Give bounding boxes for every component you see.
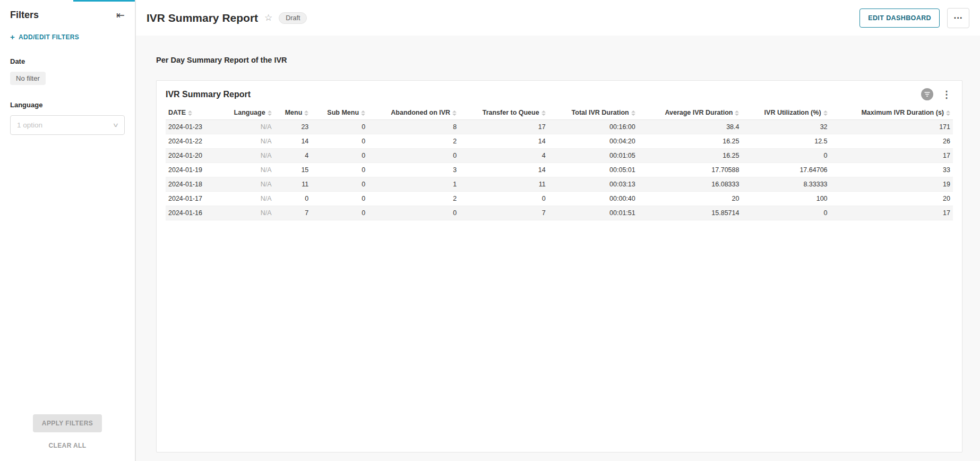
table-cell: 2024-01-20 <box>166 149 229 163</box>
table-cell: 4 <box>274 149 312 163</box>
table-cell: 0 <box>311 149 368 163</box>
table-cell: 15 <box>274 163 312 177</box>
sort-icon[interactable] <box>541 110 546 116</box>
sidebar-accent-bar <box>73 0 135 2</box>
table-cell: 11 <box>274 177 312 192</box>
chart-title: IVR Summary Report <box>166 90 251 99</box>
table-cell: 00:16:00 <box>548 120 638 134</box>
table-cell: 17.70588 <box>638 163 742 177</box>
filter-label-language: Language <box>10 101 125 109</box>
column-header[interactable]: Transfer to Queue <box>459 106 548 120</box>
main-area: IVR Summary Report ☆ Draft EDIT DASHBOAR… <box>136 0 980 461</box>
sort-icon[interactable] <box>452 110 457 116</box>
table-cell: 1 <box>368 177 459 192</box>
table-cell: N/A <box>229 192 274 206</box>
column-header[interactable]: Sub Menu <box>311 106 368 120</box>
table-cell: 00:01:51 <box>548 206 638 220</box>
table-cell: 00:03:13 <box>548 177 638 192</box>
column-header[interactable]: IVR Utilization (%) <box>742 106 830 120</box>
table-cell: 00:01:05 <box>548 149 638 163</box>
table-cell: 2 <box>368 192 459 206</box>
table-cell: 0 <box>311 120 368 134</box>
sort-icon[interactable] <box>823 110 828 116</box>
page-title: IVR Summary Report <box>147 12 258 24</box>
sort-icon[interactable] <box>735 110 739 116</box>
plus-icon: + <box>10 32 15 41</box>
table-row: 2024-01-16N/A700700:01:5115.85714017 <box>166 206 953 220</box>
table-cell: 0 <box>368 206 459 220</box>
table-cell: 0 <box>742 149 830 163</box>
table-cell: 2 <box>368 134 459 149</box>
table-cell: 17.64706 <box>742 163 830 177</box>
table-cell: 32 <box>742 120 830 134</box>
table-cell: 7 <box>459 206 548 220</box>
table-cell: 171 <box>830 120 953 134</box>
table-cell: N/A <box>229 206 274 220</box>
add-edit-filters-button[interactable]: + ADD/EDIT FILTERS <box>10 32 125 41</box>
table-cell: 20 <box>638 192 742 206</box>
table-cell: 3 <box>368 163 459 177</box>
table-cell: 100 <box>742 192 830 206</box>
sort-icon[interactable] <box>361 110 365 116</box>
table-cell: 15.85714 <box>638 206 742 220</box>
cross-filter-icon[interactable] <box>921 88 933 100</box>
filters-sidebar: Filters ⇤ + ADD/EDIT FILTERS Date No fil… <box>0 0 136 461</box>
table-cell: 14 <box>274 134 312 149</box>
table-row: 2024-01-23N/A23081700:16:0038.432171 <box>166 120 953 134</box>
table-cell: N/A <box>229 177 274 192</box>
table-cell: 23 <box>274 120 312 134</box>
table-cell: 00:04:20 <box>548 134 638 149</box>
more-options-button[interactable]: ··· <box>947 8 969 28</box>
table-cell: 2024-01-22 <box>166 134 229 149</box>
table-cell: 00:00:40 <box>548 192 638 206</box>
table-cell: 17 <box>830 206 953 220</box>
table-cell: 17 <box>830 149 953 163</box>
add-edit-filters-label: ADD/EDIT FILTERS <box>19 33 79 41</box>
column-header[interactable]: DATE <box>166 106 229 120</box>
table-cell: 17 <box>459 120 548 134</box>
chevron-down-icon: ∨ <box>113 122 119 129</box>
table-row: 2024-01-20N/A400400:01:0516.25017 <box>166 149 953 163</box>
table-cell: 38.4 <box>638 120 742 134</box>
table-cell: 0 <box>311 163 368 177</box>
sort-icon[interactable] <box>631 110 635 116</box>
table-cell: 11 <box>459 177 548 192</box>
table-cell: N/A <box>229 163 274 177</box>
column-header[interactable]: Language <box>229 106 274 120</box>
sort-icon[interactable] <box>188 110 192 116</box>
column-header[interactable]: Total IVR Duration <box>548 106 638 120</box>
edit-dashboard-button[interactable]: EDIT DASHBOARD <box>859 8 940 28</box>
table-cell: 0 <box>459 192 548 206</box>
table-cell: 14 <box>459 134 548 149</box>
table-cell: N/A <box>229 120 274 134</box>
table-cell: 7 <box>274 206 312 220</box>
table-cell: 2024-01-18 <box>166 177 229 192</box>
table-row: 2024-01-22N/A14021400:04:2016.2512.526 <box>166 134 953 149</box>
sort-icon[interactable] <box>268 110 272 116</box>
markdown-text: Per Day Summary Report of the IVR <box>156 56 962 64</box>
column-header[interactable]: Abandoned on IVR <box>368 106 459 120</box>
sort-icon[interactable] <box>946 110 950 116</box>
table-cell: 2024-01-16 <box>166 206 229 220</box>
sort-icon[interactable] <box>304 110 308 116</box>
table-cell: 4 <box>459 149 548 163</box>
language-select[interactable]: 1 option ∨ <box>10 115 125 135</box>
language-select-value: 1 option <box>17 121 42 129</box>
table-cell: 12.5 <box>742 134 830 149</box>
collapse-sidebar-icon[interactable]: ⇤ <box>116 10 125 20</box>
apply-filters-button[interactable]: APPLY FILTERS <box>33 414 102 432</box>
chart-card: IVR Summary Report ⋮ DATELanguageMenuSub… <box>156 80 962 453</box>
table-body: 2024-01-23N/A23081700:16:0038.4321712024… <box>166 120 953 220</box>
chart-menu-icon[interactable]: ⋮ <box>940 89 953 100</box>
table-cell: 0 <box>274 192 312 206</box>
table-cell: 8 <box>368 120 459 134</box>
table-cell: 14 <box>459 163 548 177</box>
column-header[interactable]: Average IVR Duration <box>638 106 742 120</box>
date-filter-chip: No filter <box>10 72 46 85</box>
column-header[interactable]: Menu <box>274 106 312 120</box>
favorite-star-icon[interactable]: ☆ <box>264 12 272 23</box>
clear-all-button[interactable]: CLEAR ALL <box>0 442 135 449</box>
table-cell: 8.33333 <box>742 177 830 192</box>
table-cell: 2024-01-23 <box>166 120 229 134</box>
column-header[interactable]: Maximum IVR Duration (s) <box>830 106 953 120</box>
